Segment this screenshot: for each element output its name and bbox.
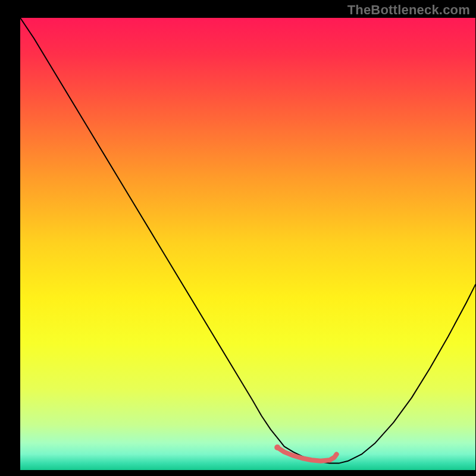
- chart-frame: TheBottleneck.com: [0, 0, 476, 476]
- gradient-background: [20, 18, 475, 470]
- marker-dot: [274, 444, 280, 450]
- watermark-text: TheBottleneck.com: [347, 2, 470, 18]
- plot-area: [20, 18, 475, 470]
- plot-svg: [20, 18, 475, 470]
